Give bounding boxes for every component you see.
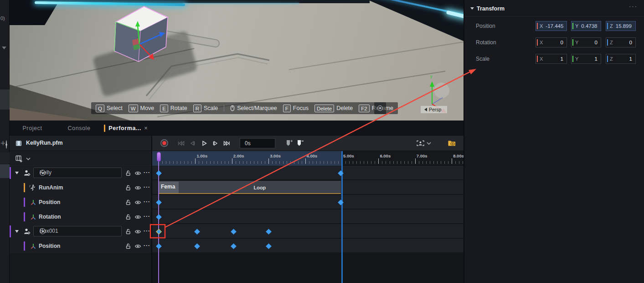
axis-letter: X [540,23,543,29]
close-icon[interactable]: × [144,125,148,131]
more-icon[interactable]: ··· [144,213,150,220]
target-icon[interactable] [40,170,46,176]
keyframe[interactable] [194,229,200,235]
scale-x-field[interactable]: X1 [536,54,567,64]
skip-end-button[interactable] [223,140,231,147]
axis-letter: Y [575,56,578,62]
scale-y-field[interactable]: Y1 [571,54,601,64]
track-row-rotation[interactable]: Rotation··· [10,210,151,224]
chevron-down-icon[interactable] [26,157,31,160]
tab-console[interactable]: Console [55,121,103,136]
more-icon[interactable]: ··· [144,242,150,249]
collapse-icon[interactable] [470,7,474,10]
unlock-icon[interactable] [125,229,131,235]
track-name-box[interactable]: Kelly [33,168,122,178]
step-back-button[interactable] [189,140,196,147]
keyframe[interactable] [156,243,162,249]
visibility-eye-icon[interactable] [134,229,141,234]
step-forward-button[interactable] [212,140,219,147]
tab-project[interactable]: Project [10,121,55,136]
rotation-y-field[interactable]: Y0 [571,37,601,47]
timeline-panel: Project Console Performa... × KellyRun.p… [10,121,464,283]
axis-letter: Y [575,40,578,45]
unlock-icon[interactable] [125,214,131,220]
target-icon [377,105,383,111]
record-button[interactable] [160,139,168,147]
unlock-icon[interactable] [125,199,131,205]
more-icon[interactable]: ··· [629,3,638,10]
track-row-runanim[interactable]: RunAnim··· [10,180,151,195]
rotation-x-field[interactable]: X0 [536,37,567,47]
track-row-position[interactable]: Position··· [10,195,151,210]
target-icon[interactable] [6,140,7,149]
keyframe[interactable] [338,199,344,205]
keyframe[interactable] [156,214,162,220]
visibility-eye-icon[interactable] [134,200,141,205]
track-row-position[interactable]: Position··· [10,239,151,253]
remove-keyframe-icon[interactable] [296,139,304,147]
track-name-box[interactable]: Box001 [33,226,122,236]
timeline-ruler[interactable]: 1.00s2.00s3.00s4.00s5.00s6.00s7.00s8.00s [152,151,464,166]
gizmo-settings-button[interactable] [374,102,386,114]
timeline-area: 1.00s2.00s3.00s4.00s5.00s6.00s7.00s8.00s… [151,136,464,283]
visibility-eye-icon[interactable] [134,244,141,249]
unlock-icon[interactable] [125,170,131,176]
scale-z-field[interactable]: Z1 [606,54,636,64]
keyframe[interactable] [231,243,237,249]
chevron-down-icon[interactable] [427,142,431,145]
hint-label: Delete [336,105,353,111]
keyframe[interactable] [156,170,162,176]
more-icon[interactable]: ··· [144,184,150,190]
add-track-icon[interactable] [15,155,23,162]
keyframe[interactable] [194,243,200,249]
track-row-box001[interactable]: Box001··· [10,224,151,239]
chevron-down-icon[interactable] [2,47,6,49]
track-accent [24,241,25,251]
position-x-field[interactable]: X-17.445 [536,21,567,31]
keyframe[interactable] [231,229,237,235]
keyframe[interactable] [266,243,272,249]
transform-section-header[interactable]: Transform ··· [464,0,644,16]
tab-label: Console [67,125,90,131]
keyframe[interactable] [338,170,344,176]
position-y-field[interactable]: Y0.4738 [571,21,601,31]
keycap-delete: Delete [314,105,334,112]
play-button[interactable] [201,140,208,147]
current-time-input[interactable] [240,138,275,148]
position-z-field[interactable]: Z15.899 [606,21,636,31]
expand-arrow-icon[interactable] [15,230,19,233]
view-orientation-gizmo[interactable]: y Persp [415,71,461,115]
more-icon[interactable]: ··· [144,228,150,234]
selected-cube[interactable] [98,2,176,68]
actor-select-mode-icon[interactable] [416,139,425,147]
track-accent [24,198,25,207]
expand-arrow-icon[interactable] [15,172,19,174]
axis-letter: Z [610,56,613,62]
axis-color-bar [607,39,608,46]
performance-file-row[interactable]: KellyRun.pfm [10,136,151,151]
keyframe[interactable] [156,229,162,235]
add-keyframe-icon[interactable] [285,139,293,147]
visibility-eye-icon[interactable] [134,215,141,220]
target-icon[interactable] [40,228,46,234]
scene-viewport[interactable]: y Persp Q Select W Move E Rotate R Sca [10,0,464,121]
track-row-kelly[interactable]: Kelly··· [10,166,151,180]
hint-scale: R Scale [193,105,218,112]
rotation-z-field[interactable]: Z0 [606,37,636,47]
visibility-eye-icon[interactable] [134,185,141,190]
skip-start-button[interactable] [177,140,185,147]
ghost-preview-icon[interactable] [448,140,456,147]
playhead-handle[interactable] [157,152,161,162]
more-icon[interactable]: ··· [144,169,150,176]
add-icon[interactable]: + [0,138,5,148]
more-icon[interactable]: ··· [144,199,150,205]
unlock-icon[interactable] [125,243,131,249]
unlock-icon[interactable] [125,185,131,191]
persp-view-label[interactable]: Persp [421,106,447,113]
keyframe[interactable] [266,229,272,235]
visibility-eye-icon[interactable] [134,171,141,176]
film-icon [15,140,22,147]
keycap-f: F [283,105,291,112]
tab-performance[interactable]: Performa... × [103,121,149,136]
keyframe[interactable] [156,199,162,205]
